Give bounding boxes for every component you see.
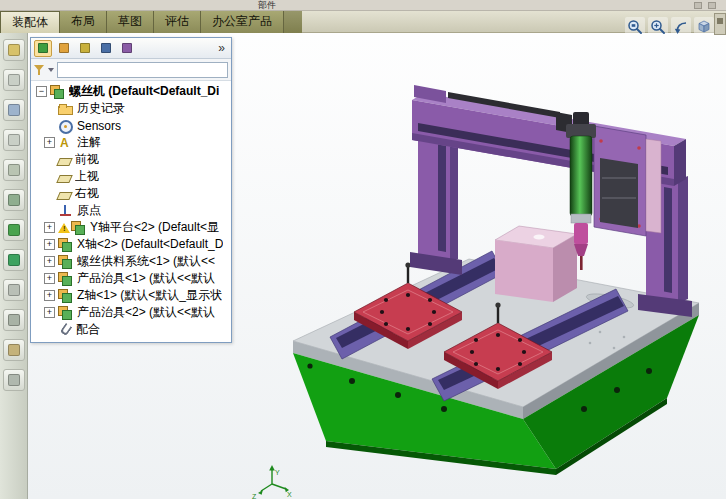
assembly-icon <box>58 306 73 320</box>
filter-funnel-icon[interactable] <box>34 64 45 76</box>
toolbar-icon-10[interactable] <box>3 309 25 331</box>
tree-item[interactable]: +螺丝供料系统<1> (默认<< <box>31 253 231 270</box>
plane-icon <box>56 158 73 166</box>
display-pane-button[interactable] <box>714 13 726 35</box>
toolbar-icon-12-glyph <box>8 374 20 386</box>
toolbar-icon-3[interactable] <box>3 99 25 121</box>
dimxpert-icon-glyph <box>101 43 111 53</box>
command-tab[interactable]: 装配体 <box>0 11 60 33</box>
displaymanager-icon[interactable] <box>118 40 136 57</box>
featuremanager-tree-icon-glyph <box>38 43 48 53</box>
assembly-icon <box>71 221 86 235</box>
plane-icon <box>56 192 73 200</box>
expander-plus-icon[interactable]: + <box>44 290 55 301</box>
tree-item-label: 螺丝供料系统<1> (默认<< <box>77 253 215 270</box>
tree-item-label: Sensors <box>77 119 121 133</box>
zoom-area-icon[interactable] <box>648 17 668 37</box>
toolbar-icon-5[interactable] <box>3 159 25 181</box>
tree-item[interactable]: +X轴<2> (Default<Default_D <box>31 236 231 253</box>
triad-z-label: Z <box>252 493 257 499</box>
tree-item[interactable]: 历史记录 <box>31 100 231 117</box>
tree-item[interactable]: +产品治具<1> (默认<<默认 <box>31 270 231 287</box>
solidworks-window: Y X Z 部件 装配体布局草图评估办公室产品 <box>0 0 726 499</box>
command-tab[interactable]: 评估 <box>154 11 201 33</box>
command-manager-tab-row: 装配体布局草图评估办公室产品 <box>0 11 726 33</box>
toolbar-icon-1-glyph <box>8 44 20 56</box>
warning-icon <box>58 222 70 234</box>
triad-y-label: Y <box>275 469 280 476</box>
assembly-icon <box>58 289 73 303</box>
zoom-fit-icon[interactable] <box>625 17 645 37</box>
mates-icon <box>60 323 73 337</box>
expander-plus-icon[interactable]: + <box>44 239 55 250</box>
command-tab[interactable]: 办公室产品 <box>201 11 284 33</box>
tree-item[interactable]: 配合 <box>31 321 231 338</box>
tree-item[interactable]: +Z轴<1> (默认<默认_显示状 <box>31 287 231 304</box>
partial-toolbar-icon[interactable] <box>708 2 716 9</box>
tree-item-label: 产品治具<1> (默认<<默认 <box>77 270 215 287</box>
feature-tree: −螺丝机 (Default<Default_Di历史记录Sensors+注解前视… <box>31 81 231 342</box>
history-folder-icon <box>58 106 73 115</box>
left-toolbar <box>0 33 28 499</box>
expander-minus-icon[interactable]: − <box>36 86 47 97</box>
configurationmanager-icon[interactable] <box>76 40 94 57</box>
toolbar-icon-4[interactable] <box>3 129 25 151</box>
origin-icon <box>58 204 73 218</box>
product-box[interactable] <box>495 226 577 302</box>
propertymanager-icon[interactable] <box>55 40 73 57</box>
tree-item-label: Z轴<1> (默认<默认_显示状 <box>77 287 222 304</box>
toolbar-icon-10-glyph <box>8 314 20 326</box>
displaymanager-icon-glyph <box>122 43 132 53</box>
tree-item-label: 注解 <box>77 134 101 151</box>
toolbar-icon-11[interactable] <box>3 339 25 361</box>
assembly-icon <box>50 85 65 99</box>
tree-item-label: 右视 <box>75 185 99 202</box>
toolbar-icon-12[interactable] <box>3 369 25 391</box>
tree-item[interactable]: +产品治具<2> (默认<<默认 <box>31 304 231 321</box>
tree-item-label: 原点 <box>77 202 101 219</box>
top-toolbar-partial: 部件 <box>0 0 726 11</box>
toolbar-icon-7[interactable] <box>3 219 25 241</box>
featuremanager-tree-icon[interactable] <box>34 40 52 57</box>
toolbar-icon-8[interactable] <box>3 249 25 271</box>
tree-item[interactable]: Sensors <box>31 117 231 134</box>
toolbar-icon-9[interactable] <box>3 279 25 301</box>
toolbar-icon-7-glyph <box>8 224 20 236</box>
expander-plus-icon[interactable]: + <box>44 222 55 233</box>
triad-x-label: X <box>287 491 292 498</box>
toolbar-icon-1[interactable] <box>3 39 25 61</box>
tree-item[interactable]: −螺丝机 (Default<Default_Di <box>31 83 231 100</box>
dimxpert-icon[interactable] <box>97 40 115 57</box>
tree-item[interactable]: 原点 <box>31 202 231 219</box>
tree-item-label: 配合 <box>76 321 100 338</box>
z-axis-assembly[interactable] <box>594 126 661 236</box>
sensors-icon <box>58 119 73 133</box>
toolbar-icon-2[interactable] <box>3 69 25 91</box>
plane-icon <box>56 175 73 183</box>
feature-manager-panel: » −螺丝机 (Default<Default_Di历史记录Sensors+注解… <box>30 37 232 343</box>
tree-item-label: 历史记录 <box>77 100 125 117</box>
tree-item[interactable]: 上视 <box>31 168 231 185</box>
collapse-panel-button[interactable]: » <box>215 41 228 55</box>
command-tab[interactable]: 布局 <box>60 11 107 33</box>
expander-plus-icon[interactable]: + <box>44 273 55 284</box>
tree-filter-input[interactable] <box>57 62 228 78</box>
command-tab[interactable]: 草图 <box>107 11 154 33</box>
toolbar-icon-6[interactable] <box>3 189 25 211</box>
annotations-icon <box>58 136 73 150</box>
expander-plus-icon[interactable]: + <box>44 256 55 267</box>
tree-item[interactable]: 前视 <box>31 151 231 168</box>
tree-item[interactable]: +注解 <box>31 134 231 151</box>
expander-plus-icon[interactable]: + <box>44 307 55 318</box>
expander-plus-icon[interactable]: + <box>44 137 55 148</box>
tree-item[interactable]: +Y轴平台<2> (Default<显 <box>31 219 231 236</box>
assembly-icon <box>58 255 73 269</box>
filter-dropdown-icon[interactable] <box>48 68 54 72</box>
tree-item[interactable]: 右视 <box>31 185 231 202</box>
partial-toolbar-icon[interactable] <box>694 2 702 9</box>
previous-view-icon[interactable] <box>671 17 691 37</box>
view-orientation-icon[interactable] <box>694 17 714 37</box>
tree-item-label: Y轴平台<2> (Default<显 <box>90 219 219 236</box>
tree-item-label: 上视 <box>75 168 99 185</box>
feature-manager-tab-strip: » <box>31 38 231 59</box>
